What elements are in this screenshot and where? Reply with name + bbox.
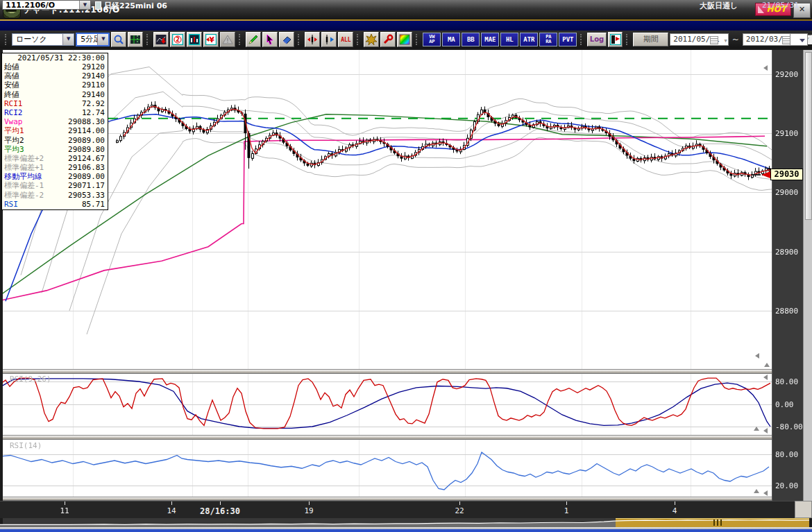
chart-window: チャート:111.2106/O HOT ✕ 111.2106/O ▼ 日経225… [0,0,812,532]
time-label: 4 [673,506,677,515]
time-label: 28/16:30 [200,506,240,516]
scroll-arrow-icon[interactable] [763,65,768,71]
axis-tick-label: 28800 [775,307,798,316]
tooltip-row: 平均129114.00 [2,126,108,135]
time-tick [459,501,460,505]
tooltip-row: 移動平均線29089.00 [2,172,108,181]
scroll-arrow-icon[interactable] [764,363,770,367]
axis-tick-label: 28900 [775,248,798,257]
tooltip-row: 終値29140 [2,90,108,99]
tooltip-row: RCI172.92 [2,99,108,108]
tooltip-row: RSI85.71 [2,200,108,209]
tooltip-timestamp: 2021/05/31 22:30:00 [2,53,108,62]
time-tick [675,501,675,505]
axis-tick-label: 20.00 [775,481,798,490]
window-bottom-edge [0,529,812,532]
time-tick [309,501,310,505]
price-axis[interactable] [772,50,803,501]
time-tick [171,501,172,505]
tooltip-row: 標準偏差+129106.83 [2,163,108,172]
last-price-tick [752,174,761,175]
tooltip-row: 高値29140 [2,71,108,80]
time-axis[interactable]: 111428/16:30192214 [0,501,795,518]
axis-tick-label: 29100 [775,129,798,138]
data-tooltip-panel: 2021/05/31 22:30:00 始値29120高値29140安値2911… [1,53,108,210]
scrollbar-corner [795,501,812,518]
time-label: 1 [564,506,569,515]
scroll-arrow-icon[interactable] [754,489,759,493]
axis-tick-label: 80.00 [775,377,798,386]
vertical-scrollbar[interactable] [803,50,812,501]
tooltip-row: RCI212.74 [2,108,108,117]
time-label: 11 [60,506,69,515]
scroll-arrow-icon[interactable] [763,490,768,496]
tooltip-row: 始値29120 [2,62,108,71]
scroll-arrow-icon[interactable] [755,353,759,359]
axis-tick-label: -80.00 [775,422,803,431]
pane-separator[interactable] [3,369,772,374]
rci-pane-label: RCI(9,26) [10,375,51,384]
time-tick [220,501,221,505]
time-label: 19 [304,506,313,515]
time-label: 22 [455,506,464,515]
pane-separator[interactable] [3,435,772,440]
tooltip-row: 標準偏差-129071.17 [2,181,108,190]
axis-tick-label: 80.00 [775,450,798,459]
tooltip-row: 安値29110 [2,80,108,89]
tooltip-row: 平均329089.80 [2,145,108,154]
time-tick [566,501,567,505]
tooltip-row: 平均229089.00 [2,136,108,145]
axis-tick-label: 29000 [775,188,798,197]
time-tick [65,501,65,505]
axis-tick-label: 0.00 [775,400,794,409]
time-label: 14 [167,506,176,515]
chart-canvas[interactable] [0,0,812,532]
scroll-arrow-icon[interactable] [763,375,768,380]
rsi-pane-label: RSI(14) [10,441,42,450]
last-price-label: 29030 [770,169,803,180]
last-price-arrow-icon [761,171,770,178]
scroll-arrow-icon[interactable] [754,427,759,431]
tooltip-row: Vwap29088.30 [2,117,108,126]
axis-tick-label: 29200 [775,70,798,79]
tooltip-row: 標準偏差-229053.33 [2,191,108,200]
tooltip-row: 標準偏差+229124.67 [2,154,108,163]
scroll-arrow-icon[interactable] [763,428,768,434]
